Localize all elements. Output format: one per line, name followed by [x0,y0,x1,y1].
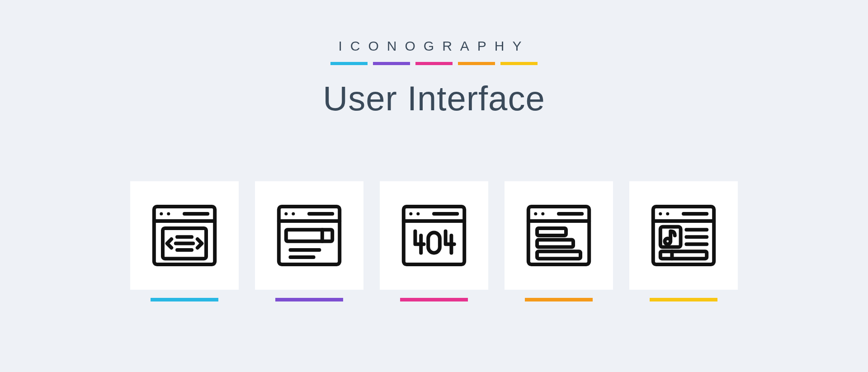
svg-rect-24 [428,233,440,253]
svg-rect-44 [660,251,707,259]
icon-card [505,181,613,301]
accent-bar-blue [330,62,368,65]
accent-bar-pink [415,62,453,65]
icon-row [0,181,868,301]
icon-accent-bar [400,298,468,301]
svg-rect-14 [286,230,332,241]
svg-rect-33 [537,251,580,259]
accent-bar-orange [458,62,495,65]
code-window-icon [130,181,239,290]
music-window-icon [629,181,738,290]
icon-accent-bar [275,298,343,301]
icon-card [629,181,738,301]
brand-underline [323,62,545,65]
svg-point-2 [160,212,163,215]
svg-point-36 [659,212,662,215]
svg-rect-31 [537,228,566,235]
icon-accent-bar [650,298,717,301]
svg-point-21 [416,212,420,215]
accent-bar-purple [373,62,410,65]
svg-point-29 [541,212,544,215]
header: ICONOGRAPHY User Interface [323,38,545,118]
svg-point-11 [284,212,288,215]
svg-point-3 [167,212,170,215]
accent-bar-yellow [500,62,538,65]
page-title: User Interface [323,79,545,118]
svg-rect-32 [537,240,573,247]
search-window-icon [255,181,363,290]
svg-point-28 [534,212,537,215]
svg-point-12 [292,212,295,215]
icon-accent-bar [151,298,218,301]
error-404-window-icon [380,181,488,290]
brand-label: ICONOGRAPHY [323,38,545,54]
icon-card [130,181,239,301]
svg-point-20 [409,212,412,215]
icon-card [380,181,488,301]
icon-card [255,181,363,301]
icon-accent-bar [525,298,593,301]
svg-point-37 [666,212,669,215]
list-window-icon [505,181,613,290]
